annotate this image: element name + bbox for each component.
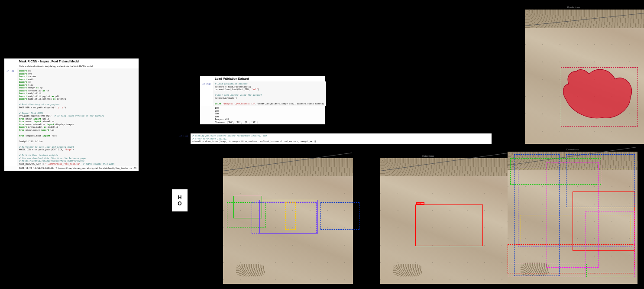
detection-bbox: SP 0.998	[415, 205, 483, 246]
anchor-box-refined	[233, 196, 262, 218]
detection-label: SP 0.998	[416, 202, 424, 205]
figure-title: Predictions	[509, 6, 638, 9]
code-content[interactable]: # Load validation dataset dataset = foot…	[213, 81, 326, 106]
code-cell-6[interactable]: In [6]: # Load validation dataset datase…	[200, 81, 325, 106]
cell-output-1: 2021-11-22 11:54:25.000443: I tensorflow…	[4, 166, 139, 171]
figure-anchors	[206, 158, 336, 284]
figure-detection-multi: Detections	[508, 152, 638, 284]
notebook-title: Mask R-CNN - Inspect Foot Trained Model	[4, 58, 139, 64]
figure-predictions-mask: Predictions	[509, 10, 638, 144]
proposal-box	[518, 168, 632, 247]
figure-detection-single: Detections SP 0.998	[363, 158, 493, 284]
label-box-ho: H O	[171, 188, 188, 212]
cell-prompt: In [1]:	[4, 68, 17, 166]
notebook-panel-anchors: In [12]: # Display positive anchors befo…	[178, 133, 492, 144]
code-cell-12[interactable]: In [12]: # Display positive anchors befo…	[178, 133, 492, 144]
figure-title: Detections	[363, 155, 493, 157]
anchor-box-dotted	[320, 202, 359, 230]
notebook-subtitle: Code and visualizations to test, debug, …	[4, 64, 139, 68]
code-content[interactable]: # Display positive anchors before refine…	[191, 133, 492, 144]
cell-output-6: 100 200 300 400 Images: 414 Classes: ['B…	[200, 106, 325, 124]
code-content[interactable]: import os import sys import random impor…	[17, 68, 139, 166]
proposal-box	[509, 264, 587, 277]
code-cell-1[interactable]: In [1]: import os import sys import rand…	[4, 68, 139, 166]
notebook-panel-imports: Mask R-CNN - Inspect Foot Trained Model …	[4, 58, 139, 171]
cell-prompt: In [6]:	[200, 81, 213, 106]
section-title: Load Validation Dataset	[200, 76, 325, 81]
cell-prompt: In [12]:	[178, 133, 191, 144]
mask-overlay	[525, 10, 644, 138]
anchor-box-refined	[259, 200, 318, 234]
notebook-panel-load-dataset: Load Validation Dataset In [6]: # Load v…	[200, 76, 325, 124]
